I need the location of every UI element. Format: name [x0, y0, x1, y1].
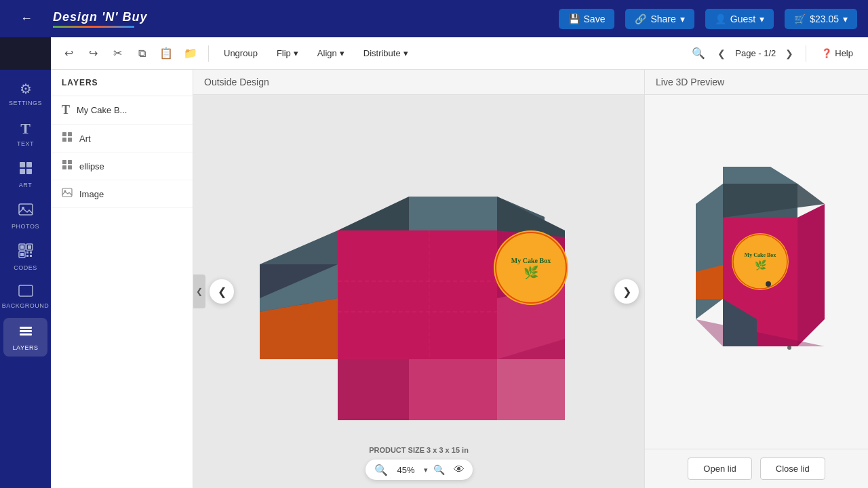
ungroup-button[interactable]: Ungroup — [217, 45, 264, 62]
sidebar-item-layers[interactable]: LAYERS — [3, 318, 47, 357]
svg-marker-40 — [409, 197, 497, 230]
svg-marker-38 — [260, 230, 338, 264]
svg-rect-26 — [62, 165, 66, 169]
sidebar-item-settings[interactable]: ⚙ SETTINGS — [3, 75, 47, 112]
svg-rect-25 — [68, 160, 72, 164]
svg-marker-53 — [497, 359, 565, 420]
page-prev-button[interactable]: ❮ — [713, 45, 730, 62]
sidebar-item-art[interactable]: ART — [3, 155, 47, 194]
sidebar-item-text[interactable]: T TEXT — [3, 115, 47, 152]
save-button[interactable]: 💾 Save — [559, 9, 615, 29]
guest-button[interactable]: 👤 Guest ▾ — [705, 9, 774, 29]
back-button[interactable]: ← — [11, 7, 42, 30]
layers-icon — [18, 323, 33, 342]
cart-icon: 🛒 — [794, 14, 806, 24]
zoom-out-toolbar-icon[interactable]: 🔍 — [689, 44, 708, 63]
svg-rect-35 — [338, 230, 497, 359]
layer-item-image[interactable]: Image — [51, 180, 193, 208]
sidebar-item-background[interactable]: BACKGROUND — [3, 279, 47, 315]
topbar: ← Design 'N' Buy 💾 Save 🔗 Share ▾ 👤 Gues… — [0, 0, 868, 37]
copy-icon[interactable]: ⧉ — [132, 44, 151, 63]
canvas-area: Outside Design ❮ — [193, 70, 644, 488]
svg-rect-19 — [20, 333, 32, 336]
cart-chevron-icon: ▾ — [843, 14, 848, 24]
align-button[interactable]: Align ▾ — [311, 45, 351, 62]
cut-icon[interactable]: ✂ — [108, 44, 127, 63]
flip-chevron-icon: ▾ — [294, 48, 298, 58]
svg-rect-11 — [20, 253, 24, 256]
page-label: Page - 1/2 — [735, 48, 776, 58]
save-icon: 💾 — [568, 14, 580, 24]
svg-rect-16 — [19, 285, 33, 296]
share-icon: 🔗 — [635, 14, 646, 24]
svg-rect-15 — [30, 255, 32, 257]
page-next-button[interactable]: ❯ — [781, 45, 797, 62]
zoom-chevron-icon[interactable]: ▾ — [424, 466, 428, 474]
layer-item-art[interactable]: Art — [51, 125, 193, 152]
help-button[interactable]: ❓ Help — [814, 45, 860, 62]
sidebar-item-text-label: TEXT — [17, 140, 34, 147]
svg-rect-21 — [68, 132, 72, 136]
box-design-svg: My Cake Box 🌿 — [239, 163, 599, 420]
background-icon — [18, 285, 33, 300]
svg-rect-24 — [62, 160, 66, 164]
layers-header: LAYERS — [51, 70, 193, 96]
distribute-button[interactable]: Distribute ▾ — [357, 45, 415, 62]
codes-icon — [18, 243, 33, 262]
help-icon: ❓ — [821, 48, 832, 58]
zoom-value: 45% — [393, 465, 420, 475]
sidebar-item-photos[interactable]: PHOTOS — [3, 197, 47, 235]
open-lid-button[interactable]: Open lid — [688, 458, 751, 480]
svg-rect-22 — [62, 138, 66, 142]
sidebar-item-layers-label: LAYERS — [13, 344, 39, 351]
redo-icon[interactable]: ↪ — [83, 44, 102, 63]
svg-rect-20 — [62, 132, 66, 136]
preview-footer: Open lid Close lid — [645, 449, 868, 488]
panel-collapse-button[interactable]: ❮ — [193, 274, 205, 308]
settings-icon: ⚙ — [20, 81, 32, 97]
cart-button[interactable]: 🛒 $23.05 ▾ — [785, 9, 857, 29]
layer-item-ellipse[interactable]: ellipse — [51, 152, 193, 180]
share-button[interactable]: 🔗 Share ▾ — [625, 9, 694, 29]
canvas-prev-button[interactable]: ❮ — [210, 279, 234, 304]
layer-image-label: Image — [79, 189, 104, 199]
outside-design-label: Outside Design — [193, 70, 644, 95]
layer-text-icon: T — [62, 103, 70, 117]
svg-rect-28 — [62, 188, 72, 197]
svg-text:My Cake Box: My Cake Box — [511, 257, 550, 264]
paste-special-icon[interactable]: 📁 — [181, 44, 200, 63]
3d-box-svg: My Cake Box 🌿 — [669, 163, 845, 380]
zoom-preview-button[interactable]: 👁 — [454, 464, 465, 476]
svg-text:My Cake Box: My Cake Box — [744, 252, 776, 258]
sidebar-item-codes[interactable]: CODES — [3, 238, 47, 277]
page-nav: ❮ Page - 1/2 ❯ — [713, 45, 797, 62]
layer-cake-label: My Cake B... — [77, 105, 127, 115]
guest-chevron-icon: ▾ — [760, 14, 764, 24]
sidebar-item-photos-label: PHOTOS — [12, 223, 39, 230]
zoom-controls: 🔍 45% ▾ 🔍 👁 — [366, 460, 473, 480]
toolbar: ↩ ↪ ✂ ⧉ 📋 📁 Ungroup Flip ▾ Align ▾ Distr… — [51, 37, 868, 70]
layer-image-icon — [62, 187, 73, 201]
zoom-in-button[interactable]: 🔍 — [432, 462, 447, 477]
layer-item-cake[interactable]: T My Cake B... — [51, 96, 193, 125]
flip-button[interactable]: Flip ▾ — [270, 45, 305, 62]
zoom-out-button[interactable]: 🔍 — [374, 462, 389, 477]
svg-rect-3 — [26, 169, 32, 174]
svg-rect-0 — [20, 162, 25, 167]
svg-text:🌿: 🌿 — [754, 260, 766, 271]
svg-rect-1 — [26, 162, 32, 167]
svg-text:🌿: 🌿 — [524, 265, 539, 280]
paste-icon[interactable]: 📋 — [157, 44, 176, 63]
photos-icon — [18, 202, 33, 220]
canvas-next-button[interactable]: ❯ — [614, 279, 639, 304]
undo-icon[interactable]: ↩ — [59, 44, 78, 63]
layer-ellipse-icon — [62, 159, 73, 173]
close-lid-button[interactable]: Close lid — [760, 458, 825, 480]
canvas-content[interactable]: ❮ — [193, 95, 644, 488]
logo-bar — [53, 26, 134, 28]
svg-point-69 — [787, 346, 791, 350]
text-icon: T — [20, 120, 31, 138]
sidebar-item-background-label: BACKGROUND — [2, 303, 50, 310]
toolbar-divider-1 — [208, 45, 209, 62]
sidebar-item-codes-label: CODES — [14, 264, 37, 271]
